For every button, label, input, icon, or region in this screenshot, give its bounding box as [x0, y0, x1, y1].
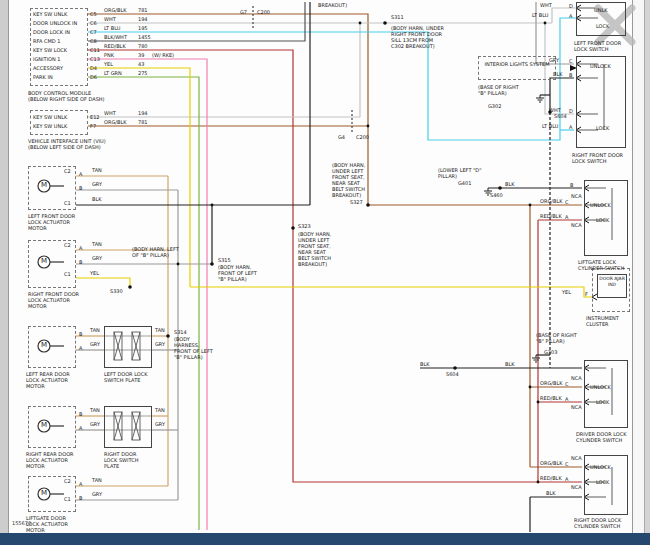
- switch-caption: RIGHT DOOR LOCK CYLINDER SWITCH: [574, 517, 630, 529]
- pin-letter: A: [569, 124, 572, 130]
- switch-position-label: UNLOCK: [590, 464, 611, 470]
- bcm-row-label: PARK IN: [33, 74, 53, 80]
- ground-name: G303: [544, 349, 557, 355]
- wire-color: BLK: [546, 490, 556, 496]
- switch-position-label: LOCK: [596, 217, 609, 223]
- bcm-pin: C6: [90, 20, 97, 26]
- motor-caption: LEFT FRONT DOOR LOCK ACTUATOR MOTOR: [28, 213, 80, 231]
- viu-row-label: KEY SW UNLK: [33, 123, 67, 129]
- splice-name: S327: [350, 199, 363, 205]
- rke-note: (W/ RKE): [152, 52, 174, 58]
- wire-color: YEL: [562, 289, 571, 295]
- nca-tag: NCA: [571, 404, 582, 410]
- motor-caption: LEFT REAR DOOR LOCK ACTUATOR MOTOR: [26, 371, 76, 389]
- viu-row-label: KEY SW UNLK: [33, 114, 67, 120]
- nca-tag: NCA: [571, 484, 582, 490]
- wire-color: RED/BLK: [104, 43, 126, 49]
- wire-color: GRY: [92, 255, 102, 261]
- wire-color: WHT: [549, 107, 561, 113]
- splice-name: S311: [391, 14, 404, 20]
- pin-letter: B: [570, 182, 573, 188]
- splice-dot-s311: [383, 21, 387, 25]
- wire-color: ORG/BLK: [104, 119, 126, 125]
- wire-color: LT BLU: [532, 12, 548, 18]
- wire-color: GRY: [92, 491, 102, 497]
- motor-m-symbol: M: [41, 490, 47, 496]
- pin-letter: C: [565, 199, 569, 205]
- motor-m-symbol: M: [41, 342, 47, 348]
- wire-color: GRY: [549, 57, 559, 63]
- bcm-pin: C7: [90, 29, 97, 35]
- circuit-number: 780: [138, 43, 148, 49]
- right-front-door-lock-switch-box: [576, 56, 626, 148]
- ground-note: (BASE OF RIGHT "B" PILLAR): [536, 332, 580, 344]
- pin-letter: A: [79, 481, 82, 487]
- bcm-row-label: DOOR LOCK IN: [33, 29, 70, 35]
- splice-dot-s314: [166, 334, 170, 338]
- pin-letter: B: [79, 259, 82, 265]
- wire-color: BLK: [92, 196, 102, 202]
- ground-note: (LOWER LEFT "D" PILLAR): [438, 167, 490, 179]
- circuit-number: 275: [138, 70, 148, 76]
- wire-color: TAN: [90, 407, 100, 413]
- wire-color: BLK: [505, 361, 515, 367]
- switch-position-label: UNLOCK: [590, 384, 611, 390]
- ground-symbol-g303: [532, 355, 540, 362]
- pin-letter: A: [569, 13, 572, 19]
- wiring-diagram-page: 155670: [0, 0, 650, 545]
- viu-pin: F7: [90, 123, 96, 129]
- pin-letter: A: [565, 396, 568, 402]
- left-switch-plate-box: [104, 326, 152, 368]
- splice-name: S330: [110, 288, 123, 294]
- pin-letter: A: [79, 171, 82, 177]
- wire-color: LT BLU: [542, 123, 558, 129]
- wire-color: RED/BLK: [540, 395, 562, 401]
- plate-caption: LEFT DOOR LOCK SWITCH PLATE: [104, 371, 150, 383]
- circuit-number: 781: [138, 7, 148, 13]
- splice-note: (BODY HARN, UNDER LEFT FRONT SEAT, NEAR …: [298, 231, 338, 267]
- door-ajar-ind-label: DOOR AJAR IND: [598, 276, 626, 288]
- pin-letter: A: [565, 476, 568, 482]
- connector-tag: C1: [64, 200, 71, 206]
- wire-color: GRY: [90, 341, 100, 347]
- wire-color: GRY: [155, 341, 165, 347]
- splice-name: S314: [174, 329, 187, 335]
- pin-letter: D: [569, 3, 573, 9]
- wire-color: TAN: [92, 477, 102, 483]
- connector-cavity: G7: [240, 9, 247, 15]
- pin-letter: A: [565, 214, 568, 220]
- circuit-number: 194: [138, 16, 148, 22]
- pin-letter: B: [569, 72, 572, 78]
- wire-color: BLK: [505, 181, 515, 187]
- wire-color: RED/BLK: [540, 213, 562, 219]
- connector-tag: C2: [64, 242, 71, 248]
- wire-color: BLK: [420, 361, 430, 367]
- bottom-window-bar: [0, 533, 650, 545]
- pin-letter: C: [569, 58, 573, 64]
- junction-dot: [177, 263, 180, 266]
- bcm-row-label: IGNITION 1: [33, 56, 61, 62]
- splice-dot-s330: [128, 285, 132, 289]
- junction-dot: [544, 22, 547, 25]
- splice-dot-s323: [291, 226, 295, 230]
- wire-color: LT BLU: [104, 25, 120, 31]
- ground-symbols: [484, 95, 544, 362]
- wire-color: GRY: [155, 421, 165, 427]
- circuit-number: 195: [138, 25, 148, 31]
- splice-note: (BODY HARNESS, FRONT OF LEFT "B" PILLAR): [174, 336, 216, 360]
- ground-symbol-g302: [536, 95, 544, 102]
- connector-tag: C2: [64, 478, 71, 484]
- bcm-pin: C5: [90, 11, 97, 17]
- switch-caption: DRIVER DOOR LOCK CYLINDER SWITCH: [576, 431, 628, 443]
- bcm-caption: BODY CONTROL MODULE (BELOW RIGHT SIDE OF…: [28, 90, 110, 102]
- motor-m-symbol: M: [41, 182, 47, 188]
- splice-note: (BODY HARN, LEFT OF "B" PILLAR): [132, 246, 184, 258]
- wire-color: TAN: [90, 327, 100, 333]
- pin-letter: C: [565, 461, 569, 467]
- right-rear-motor-box: [28, 406, 76, 448]
- ground-name: G401: [458, 180, 471, 186]
- plate-caption: RIGHT DOOR LOCK SWITCH PLATE: [104, 451, 150, 469]
- right-switch-plate-box: [104, 406, 152, 448]
- splice-name: S604: [554, 113, 567, 119]
- wire-color: YEL: [104, 61, 113, 67]
